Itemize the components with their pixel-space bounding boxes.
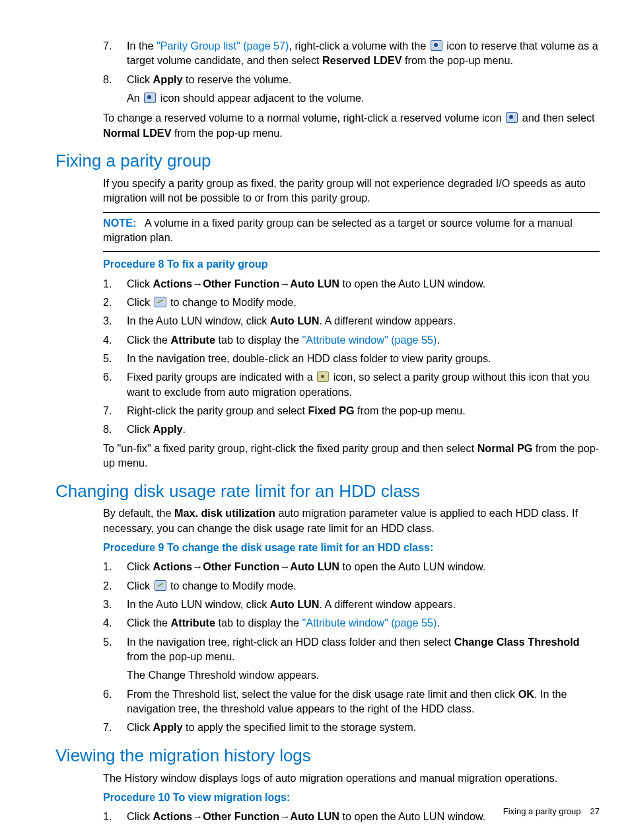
heading-changing-disk-usage: Changing disk usage rate limit for an HD… [55,480,600,504]
divider [103,212,600,213]
list-item: 1.Click Actions→Other Function→Auto LUN … [103,276,600,291]
list-item: 7. In the "Parity Group list" (page 57),… [103,38,600,68]
list-text: In the "Parity Group list" (page 57), ri… [127,38,600,68]
list-text: Click Apply to reserve the volume. An ic… [127,72,600,106]
list-item: 6.Fixed parity groups are indicated with… [103,369,600,399]
attribute-window-link[interactable]: "Attribute window" (page 55) [302,334,437,346]
heading-fixing-parity-group: Fixing a parity group [55,149,600,173]
list-item: 4.Click the Attribute tab to display the… [103,332,600,347]
list-item: 8.Click Apply. [103,422,600,436]
list-item: 5.In the navigation tree, right-click an… [103,634,600,683]
list-number: 7. [103,38,127,68]
modify-mode-icon [155,580,166,591]
list-subtext: An icon should appear adjacent to the vo… [127,91,600,105]
normal-ldev-label: Normal LDEV [103,127,171,139]
divider [103,251,600,252]
reserved-ldev-label: Reserved LDEV [322,54,402,66]
paragraph: If you specify a parity group as fixed, … [103,176,600,206]
list-item: 3.In the Auto LUN window, click Auto LUN… [103,597,600,611]
page-number: 27 [590,806,600,816]
paragraph: The History window displays logs of auto… [103,771,600,785]
list-item: 4.Click the Attribute tab to display the… [103,615,600,630]
footer-title: Fixing a parity group [503,806,581,816]
list-number: 8. [103,72,127,106]
list-item: 8. Click Apply to reserve the volume. An… [103,72,600,106]
procedure-title: Procedure 9 To change the disk usage rat… [103,541,600,555]
list-item: 3.In the Auto LUN window, click Auto LUN… [103,313,600,328]
paragraph: To "un-fix" a fixed parity group, right-… [103,441,600,471]
list-subtext: The Change Threshold window appears. [127,668,600,682]
modify-mode-icon [155,297,166,307]
list-item: 6.From the Threshold list, select the va… [103,687,600,716]
note-label: NOTE: [103,217,136,229]
note: NOTE: A volume in a fixed parity group c… [103,215,600,245]
reserved-volume-icon [506,112,518,123]
apply-label: Apply [153,73,183,85]
list-item: 2.Click to change to Modify mode. [103,578,600,593]
continued-steps: 7. In the "Parity Group list" (page 57),… [103,38,600,140]
heading-viewing-history-logs: Viewing the migration history logs [55,744,600,768]
list-item: 1.Click Actions→Other Function→Auto LUN … [103,559,600,574]
list-item: 2.Click to change to Modify mode. [103,295,600,309]
list-item: 5.In the navigation tree, double-click a… [103,351,600,365]
fixed-pg-icon [317,371,329,382]
page-footer: Fixing a parity group27 [503,806,600,818]
procedure-title: Procedure 8 To fix a parity group [103,257,600,272]
list-item: 7.Click Apply to apply the specified lim… [103,720,600,734]
paragraph: To change a reserved volume to a normal … [103,110,600,140]
list-item: 7.Right-click the parity group and selec… [103,403,600,418]
paragraph: By default, the Max. disk utilization au… [103,506,600,535]
reserved-volume-icon [144,93,156,103]
procedure-title: Procedure 10 To view migration logs: [103,790,600,805]
parity-group-list-link[interactable]: "Parity Group list" (page 57) [157,40,289,52]
volume-icon [431,40,442,51]
attribute-window-link[interactable]: "Attribute window" (page 55) [302,617,437,629]
